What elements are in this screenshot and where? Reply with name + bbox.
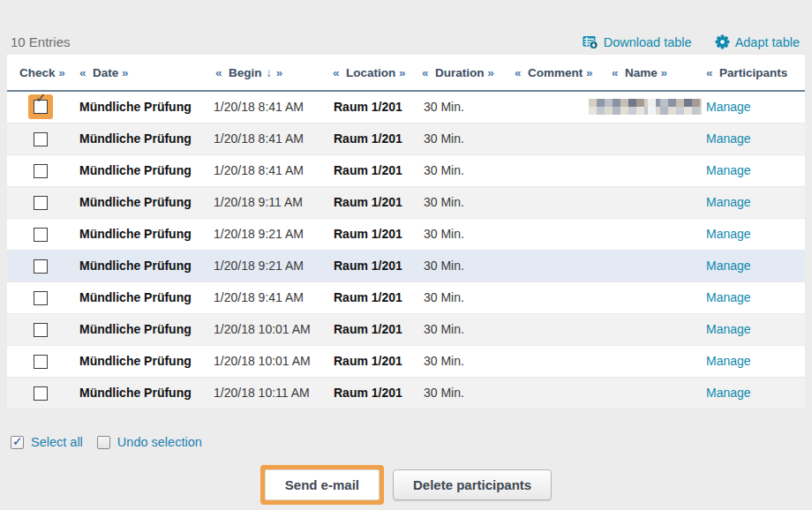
row-checkbox[interactable] xyxy=(34,100,48,114)
resize-right-handle[interactable]: » xyxy=(661,66,668,79)
location-cell: Raum 1/201 xyxy=(328,218,417,250)
download-table-icon xyxy=(583,35,598,49)
duration-cell: 30 Min. xyxy=(417,186,509,218)
select-all-checkbox[interactable] xyxy=(11,436,24,449)
name-cell xyxy=(589,313,699,345)
manage-link[interactable]: Manage xyxy=(706,322,751,336)
manage-link[interactable]: Manage xyxy=(706,290,751,304)
location-cell: Raum 1/201 xyxy=(328,91,417,123)
name-cell xyxy=(589,154,699,186)
manage-link[interactable]: Manage xyxy=(706,131,751,146)
row-checkbox[interactable] xyxy=(34,386,48,401)
entries-table: Check »« Date »« Begin ↓ »« Location »« … xyxy=(7,55,805,409)
location-cell: Raum 1/201 xyxy=(328,281,417,313)
date-cell: Mündliche Prüfung xyxy=(74,313,210,345)
duration-cell: 30 Min. xyxy=(417,91,509,123)
resize-left-handle[interactable]: « xyxy=(79,66,86,79)
top-bar: 10 Entries Download table xyxy=(0,0,812,49)
name-cell xyxy=(589,377,699,409)
resize-right-handle[interactable]: » xyxy=(276,66,283,79)
comment-cell xyxy=(509,154,589,186)
row-checkbox[interactable] xyxy=(34,196,48,210)
column-header-begin[interactable]: « Begin ↓ » xyxy=(210,55,328,91)
comment-cell xyxy=(509,377,589,409)
resize-right-handle[interactable]: » xyxy=(487,66,494,79)
manage-link[interactable]: Manage xyxy=(706,386,751,400)
undo-selection-checkbox[interactable] xyxy=(97,436,110,449)
comment-cell xyxy=(509,345,589,377)
column-header-check[interactable]: Check » xyxy=(7,55,74,91)
column-label: Participants xyxy=(719,66,787,79)
send-email-button[interactable]: Send e-mail xyxy=(265,469,380,500)
row-checkbox[interactable] xyxy=(34,164,48,178)
row-checkbox[interactable] xyxy=(34,259,48,274)
table-row: Mündliche Prüfung1/20/18 9:11 AMRaum 1/2… xyxy=(7,186,805,218)
begin-cell: 1/20/18 9:41 AM xyxy=(210,281,328,313)
adapt-table-link[interactable]: Adapt table xyxy=(715,34,800,49)
name-cell xyxy=(589,250,699,281)
location-cell: Raum 1/201 xyxy=(328,377,417,409)
resize-right-handle[interactable]: » xyxy=(122,66,129,79)
table-row: Mündliche Prüfung1/20/18 10:01 AMRaum 1/… xyxy=(7,345,805,377)
column-label: Check xyxy=(19,66,56,79)
manage-link[interactable]: Manage xyxy=(706,354,751,368)
table-row: Mündliche Prüfung1/20/18 9:41 AMRaum 1/2… xyxy=(7,281,805,313)
duration-cell: 30 Min. xyxy=(417,377,509,409)
column-header-participants[interactable]: « Participants xyxy=(699,55,805,91)
begin-cell: 1/20/18 8:41 AM xyxy=(210,123,328,154)
undo-selection-label[interactable]: Undo selection xyxy=(117,435,202,449)
location-cell: Raum 1/201 xyxy=(328,250,417,281)
row-checkbox[interactable] xyxy=(34,355,48,369)
duration-cell: 30 Min. xyxy=(417,250,509,281)
manage-link[interactable]: Manage xyxy=(706,227,751,241)
location-cell: Raum 1/201 xyxy=(328,154,417,186)
table-row: Mündliche Prüfung1/20/18 10:11 AMRaum 1/… xyxy=(7,377,805,409)
table-row: Mündliche Prüfung1/20/18 8:41 AMRaum 1/2… xyxy=(7,123,805,154)
date-cell: Mündliche Prüfung xyxy=(74,186,210,218)
manage-link[interactable]: Manage xyxy=(706,100,751,114)
redacted-name xyxy=(589,99,702,115)
resize-right-handle[interactable]: » xyxy=(586,66,593,79)
name-cell xyxy=(589,218,699,250)
resize-left-handle[interactable]: « xyxy=(706,66,713,79)
begin-cell: 1/20/18 10:11 AM xyxy=(210,377,328,409)
row-checkbox[interactable] xyxy=(34,228,48,242)
column-header-date[interactable]: « Date » xyxy=(74,55,210,91)
table-actions: Download table Adapt tab xyxy=(583,34,800,49)
row-checkbox[interactable] xyxy=(34,132,48,146)
resize-left-handle[interactable]: « xyxy=(515,66,522,79)
column-label: Comment xyxy=(528,66,583,79)
column-label: Duration xyxy=(435,66,485,79)
select-all-label[interactable]: Select all xyxy=(31,435,83,449)
resize-right-handle[interactable]: » xyxy=(399,66,406,79)
column-header-name[interactable]: « Name » xyxy=(589,55,699,91)
table-row: Mündliche Prüfung1/20/18 9:21 AMRaum 1/2… xyxy=(7,218,805,250)
date-cell: Mündliche Prüfung xyxy=(74,123,210,154)
column-header-duration[interactable]: « Duration » xyxy=(417,55,509,91)
manage-link[interactable]: Manage xyxy=(706,259,751,273)
resize-left-handle[interactable]: « xyxy=(422,66,429,79)
table-row: Mündliche Prüfung1/20/18 9:21 AMRaum 1/2… xyxy=(7,250,805,281)
resize-left-handle[interactable]: « xyxy=(215,66,222,79)
comment-cell xyxy=(509,123,589,154)
column-header-location[interactable]: « Location » xyxy=(328,55,417,91)
resize-left-handle[interactable]: « xyxy=(612,66,619,79)
column-header-comment[interactable]: « Comment » xyxy=(509,55,589,91)
selection-controls: Select all Undo selection xyxy=(11,435,812,449)
date-cell: Mündliche Prüfung xyxy=(74,154,210,186)
comment-cell xyxy=(509,186,589,218)
resize-left-handle[interactable]: « xyxy=(333,66,340,79)
name-cell xyxy=(589,345,699,377)
resize-right-handle[interactable]: » xyxy=(58,66,65,79)
duration-cell: 30 Min. xyxy=(417,313,509,345)
location-cell: Raum 1/201 xyxy=(328,345,417,377)
manage-link[interactable]: Manage xyxy=(706,163,751,177)
duration-cell: 30 Min. xyxy=(417,154,509,186)
name-cell xyxy=(589,281,699,313)
row-checkbox[interactable] xyxy=(34,323,48,337)
begin-cell: 1/20/18 8:41 AM xyxy=(210,154,328,186)
row-checkbox[interactable] xyxy=(34,291,48,305)
download-table-link[interactable]: Download table xyxy=(583,35,692,49)
delete-participants-button[interactable]: Delete participants xyxy=(393,469,552,500)
manage-link[interactable]: Manage xyxy=(706,195,751,209)
